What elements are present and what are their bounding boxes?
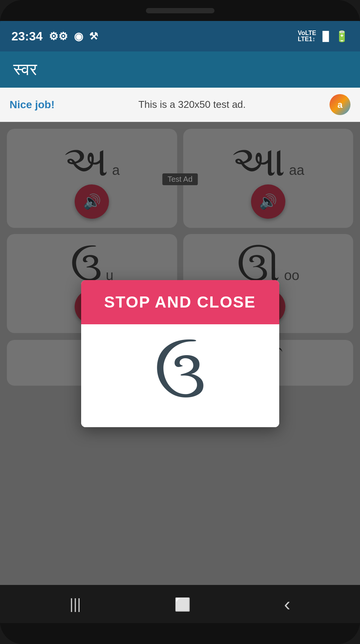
app-header: स्वर [0, 51, 360, 88]
recents-icon: ||| [70, 596, 81, 612]
ad-banner[interactable]: Test Ad Nice job! This is a 320x50 test … [0, 88, 360, 122]
signal-bars: ▐▌ [319, 31, 332, 42]
target-icon: ◉ [74, 30, 83, 43]
stop-and-close-button[interactable]: STOP AND CLOSE [104, 293, 256, 311]
nav-home-button[interactable]: ⬜ [174, 596, 190, 612]
modal-overlay[interactable]: STOP AND CLOSE ઉ [0, 122, 360, 585]
phone-frame: 23:34 ⚙ ◉ ⚒ VoLTE LTE1↕ ▐▌ 🔋 स्वर Test A… [0, 0, 360, 644]
main-content: અ a 🔊 આ aa 🔊 ઉ [0, 122, 360, 585]
gear-icon: ⚙ [49, 30, 68, 43]
status-left: 23:34 ⚙ ◉ ⚒ [11, 29, 98, 43]
battery-icon: 🔋 [335, 30, 349, 43]
nav-bar: ||| ⬜ ‹ [0, 585, 360, 623]
modal-display-char: ઉ [154, 340, 206, 408]
nav-back-button[interactable]: ‹ [284, 593, 291, 615]
modal-body: ઉ [81, 324, 279, 427]
top-bezel [0, 0, 360, 21]
status-bar: 23:34 ⚙ ◉ ⚒ VoLTE LTE1↕ ▐▌ 🔋 [0, 21, 360, 51]
modal-header[interactable]: STOP AND CLOSE [81, 280, 279, 324]
back-icon: ‹ [284, 593, 291, 615]
ad-logo: a [330, 94, 350, 115]
ad-nice-text: Nice job! [10, 99, 54, 111]
vol-label: VoLTE [298, 30, 316, 36]
home-icon: ⬜ [174, 597, 190, 612]
speaker-grille [146, 8, 214, 13]
app-title: स्वर [13, 60, 37, 79]
nav-recents-button[interactable]: ||| [70, 596, 81, 612]
ad-logo-text: a [338, 99, 342, 110]
ad-description: This is a 320x50 test ad. [54, 99, 330, 111]
status-right: VoLTE LTE1↕ ▐▌ 🔋 [298, 30, 349, 43]
network-indicator: VoLTE LTE1↕ [298, 30, 316, 42]
modal-box: STOP AND CLOSE ઉ [81, 280, 279, 427]
status-time: 23:34 [11, 29, 43, 43]
wrench-icon: ⚒ [89, 30, 98, 42]
bottom-bezel [0, 623, 360, 644]
lte-label: LTE1↕ [298, 36, 316, 42]
